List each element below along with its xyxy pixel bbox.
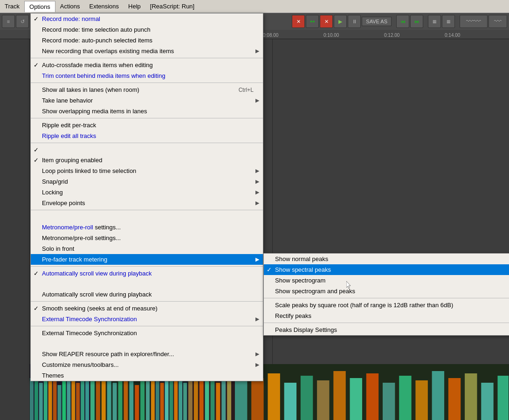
rewind-button[interactable]: ⏮ [396, 15, 409, 28]
menu-item-record-auto-punch[interactable]: Record mode: auto-punch selected items [31, 35, 263, 46]
sep-1 [31, 58, 263, 58]
arrow-snap-grid: ▶ [255, 168, 259, 174]
menu-item-automation-items[interactable]: Envelope points ▶ [31, 198, 263, 208]
svg-rect-35 [205, 378, 209, 420]
take-lane-label: Take lane behavior [42, 97, 93, 104]
menu-item-show-overlapping[interactable]: Show overlapping media items in lanes [31, 106, 263, 117]
timeline-mark-2: 0:10.00 [323, 33, 339, 39]
grid-btn-2[interactable]: ▦ [442, 15, 455, 28]
menu-item-take-lane[interactable]: Take lane behavior ▶ [31, 95, 263, 106]
menu-item-metronome[interactable] [31, 212, 263, 222]
menu-item-metronome-settings[interactable]: Metronome/pre-roll settings... [31, 222, 263, 233]
submenu-item-show-normal-peaks[interactable]: Show normal peaks [264, 254, 509, 264]
grid-line-4 [272, 39, 273, 420]
show-spectrogram-label: Show spectrogram [275, 277, 325, 284]
svg-rect-41 [251, 378, 263, 420]
menu-item-auto-crossfade[interactable]: ✓ Auto-crossfade media items when editin… [31, 60, 263, 70]
svg-rect-24 [151, 378, 155, 420]
svg-rect-48 [366, 373, 378, 420]
menu-item-record-time-sel[interactable]: Record mode: time selection auto punch [31, 24, 263, 35]
arrow-record-overlap: ▶ [255, 48, 259, 54]
envelope-points-label: Locking [42, 189, 63, 196]
svg-rect-26 [160, 383, 164, 420]
menu-item-snap-grid[interactable]: Loop points linked to time selection ▶ [31, 165, 263, 176]
menu-item-layouts[interactable]: Customize menus/toolbars... ▶ [31, 359, 263, 370]
wave-btn-2[interactable]: 〰 [488, 15, 507, 28]
stop-button[interactable]: ✕ [292, 15, 305, 28]
menu-item-reaper-resource[interactable]: External Timecode Synchronization [31, 328, 263, 338]
menu-item-trim-content[interactable]: Trim content behind media items when edi… [31, 70, 263, 81]
play-button[interactable]: ▶ [334, 15, 347, 28]
menu-item-chase-midi[interactable]: ✓ Smooth seeking (seeks at end of measur… [31, 303, 263, 314]
arrow-themes: ▶ [255, 351, 259, 357]
menu-track[interactable]: Track [0, 1, 24, 12]
svg-rect-53 [448, 378, 461, 420]
menu-item-continuous-scroll[interactable] [31, 279, 263, 289]
grid-btn-1[interactable]: ▦ [428, 15, 441, 28]
reaper-resource-label: External Timecode Synchronization [42, 330, 137, 337]
svg-rect-5 [53, 376, 57, 420]
solo-front-label: Metronome/pre-roll settings... [42, 234, 121, 241]
arrow-ext-timecode: ▶ [255, 316, 259, 322]
toolbar-icon-1[interactable]: ≡ [2, 15, 15, 28]
menu-item-locking[interactable]: Snap/grid ▶ [31, 176, 263, 187]
show-takes-label: Show all takes in lanes (when room) [42, 86, 139, 93]
menu-item-preferences[interactable]: Themes [31, 370, 263, 381]
menu-reascript[interactable]: [ReaScript: Run] [145, 1, 199, 12]
trim-content-label: Trim content behind media items when edi… [42, 72, 165, 79]
submenu-item-scale-peaks[interactable]: Scale peaks by square root (half of rang… [264, 300, 509, 310]
menu-item-loop-points[interactable]: ✓ Item grouping enabled [31, 155, 263, 165]
check-loop-points: ✓ [34, 157, 39, 164]
auto-scroll-label: Automatically scroll view during playbac… [42, 270, 152, 277]
options-dropdown: ✓ Record mode: normal Record mode: time … [30, 13, 263, 381]
menu-actions[interactable]: Actions [55, 1, 85, 12]
submenu-item-show-spectrogram[interactable]: Show spectrogram [264, 275, 509, 286]
menu-item-record-normal[interactable]: ✓ Record mode: normal [31, 14, 263, 24]
menu-item-auto-scroll[interactable]: ✓ Automatically scroll view during playb… [31, 268, 263, 279]
submenu-item-show-spectral-peaks[interactable]: ✓ Show spectral peaks [264, 264, 509, 275]
rec-arm-button[interactable]: ●● [306, 15, 319, 28]
stop-button-2[interactable]: ✕ [320, 15, 333, 28]
menu-item-peaks-display[interactable]: Pre-fader track metering ▶ Show normal p… [31, 254, 263, 265]
menu-item-item-grouping[interactable]: ✓ [31, 145, 263, 155]
save-as-button[interactable]: SAVE AS [362, 17, 392, 26]
svg-rect-37 [216, 383, 220, 420]
toolbar-icon-2[interactable]: ↺ [16, 15, 29, 28]
wave-btn[interactable]: 〰〰 [460, 15, 488, 28]
timeline-mark-4: 0:14.00 [445, 33, 460, 39]
themes-label: Show REAPER resource path in explorer/fi… [42, 351, 174, 358]
pause-button[interactable]: ⏸ [348, 15, 361, 28]
menu-item-ext-timecode[interactable]: External Timecode Synchronization ▶ [31, 314, 263, 324]
svg-rect-6 [58, 385, 62, 420]
submenu-sep-2 [264, 323, 509, 323]
submenu-item-peaks-display-settings[interactable]: Peaks Display Settings [264, 324, 509, 335]
menu-help[interactable]: Help [124, 1, 145, 12]
ripple-all-label: Ripple edit all tracks [42, 132, 96, 139]
sep-7 [31, 301, 263, 302]
svg-rect-29 [174, 380, 178, 420]
sep-4 [31, 143, 263, 143]
menu-item-envelope-points[interactable]: Locking ▶ [31, 187, 263, 198]
show-overlapping-label: Show overlapping media items in lanes [42, 108, 147, 115]
menu-item-solo-front[interactable]: Metronome/pre-roll settings... [31, 233, 263, 243]
menu-item-ripple-track[interactable]: Ripple edit per-track [31, 120, 263, 131]
menu-item-ripple-all[interactable]: Ripple edit all tracks [31, 131, 263, 141]
menu-item-themes[interactable]: Show REAPER resource path in explorer/fi… [31, 349, 263, 359]
smooth-seeking-label: Automatically scroll view during playbac… [42, 291, 152, 298]
submenu-item-show-spectrogram-peaks[interactable]: Show spectrogram and peaks [264, 286, 509, 296]
menu-item-show-takes[interactable]: Show all takes in lanes (when room) Ctrl… [31, 84, 263, 95]
automation-items-label: Envelope points [42, 200, 85, 207]
menu-extensions[interactable]: Extensions [84, 1, 124, 12]
scale-peaks-label: Scale peaks by square root (half of rang… [275, 302, 453, 309]
track-sidebar [0, 39, 30, 420]
menu-item-prefader-meter[interactable]: Solo in front [31, 243, 263, 254]
submenu-item-rectify-peaks[interactable]: Rectify peaks [264, 310, 509, 321]
menu-options[interactable]: Options [24, 1, 55, 12]
loop-points-label: Item grouping enabled [42, 157, 102, 164]
arrow-layouts: ▶ [255, 362, 259, 368]
fwd-button[interactable]: ⏭ [410, 15, 423, 28]
menu-item-customize-menus[interactable] [31, 338, 263, 349]
menu-item-record-overlap[interactable]: New recording that overlaps existing med… [31, 46, 263, 56]
menu-item-smooth-seeking[interactable]: Automatically scroll view during playbac… [31, 289, 263, 300]
arrow-peaks-display: ▶ [255, 256, 259, 262]
